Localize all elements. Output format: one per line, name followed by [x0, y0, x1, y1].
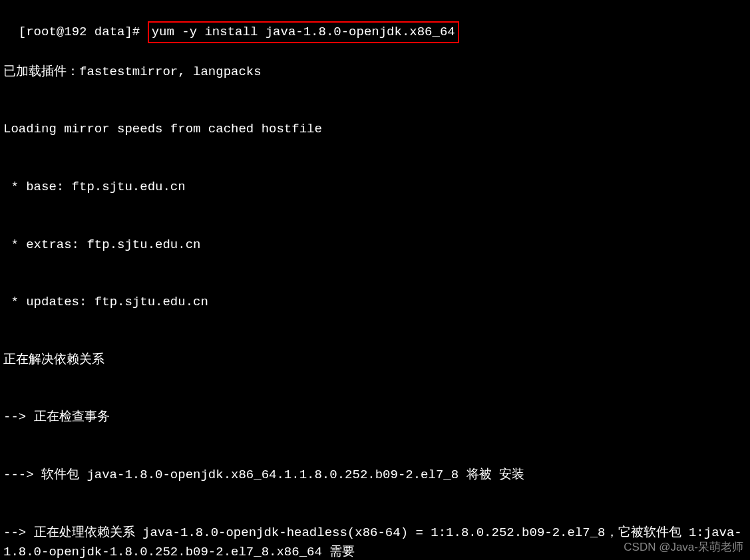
output-line: ---> 软件包 java-1.8.0-openjdk.x86_64.1.1.8…: [3, 466, 747, 485]
output-line: * base: ftp.sjtu.edu.cn: [3, 178, 747, 197]
output-line: Loading mirror speeds from cached hostfi…: [3, 120, 747, 139]
output-line: --> 正在检查事务: [3, 408, 747, 427]
output-line: * updates: ftp.sjtu.edu.cn: [3, 293, 747, 312]
shell-prompt: [root@192 data]#: [19, 25, 148, 39]
terminal-output[interactable]: [root@192 data]# yum -y install java-1.8…: [3, 3, 747, 560]
watermark-text: CSDN @Java-呆萌老师: [624, 539, 743, 556]
output-line: 已加载插件：fastestmirror, langpacks: [3, 63, 747, 82]
output-line: 正在解决依赖关系: [3, 350, 747, 370]
output-line: * extras: ftp.sjtu.edu.cn: [3, 235, 747, 255]
command-highlight: yum -y install java-1.8.0-openjdk.x86_64: [148, 21, 459, 43]
